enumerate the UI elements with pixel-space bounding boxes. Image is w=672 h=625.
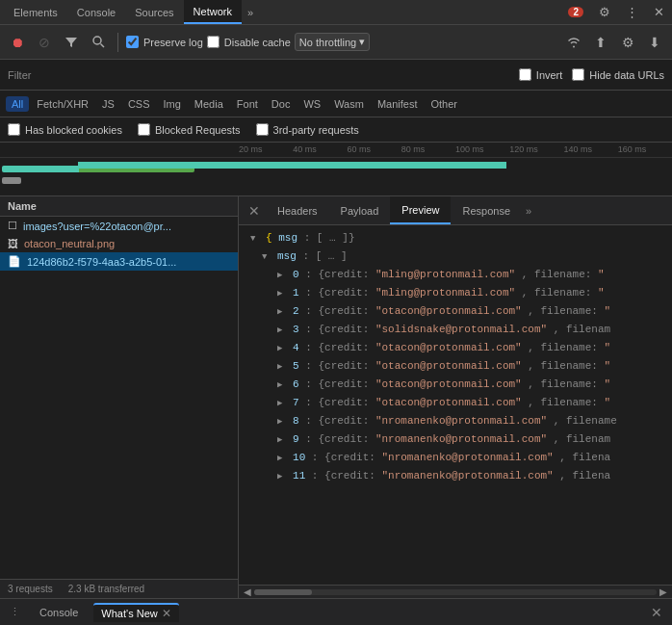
type-btn-js[interactable]: JS bbox=[96, 96, 120, 112]
file-item-0[interactable]: ☐ images?user=%22otacon@pr... bbox=[0, 217, 238, 235]
tab-response[interactable]: Response bbox=[451, 196, 522, 224]
type-btn-img[interactable]: Img bbox=[158, 96, 187, 112]
h-scroll-thumb[interactable] bbox=[254, 589, 312, 595]
invert-checkbox[interactable] bbox=[519, 68, 531, 81]
filter-input[interactable] bbox=[39, 69, 510, 81]
stop-button[interactable]: ⊘ bbox=[33, 31, 56, 54]
ruler-mark-7: 160 ms bbox=[618, 143, 672, 157]
invert-label[interactable]: Invert bbox=[519, 68, 563, 81]
timeline-area: 20 ms 40 ms 60 ms 80 ms 100 ms 120 ms 14… bbox=[0, 143, 672, 196]
type-btn-fetch-xhr[interactable]: Fetch/XHR bbox=[31, 96, 94, 112]
h-scroll-track[interactable] bbox=[254, 589, 657, 595]
h-scroll-left-arrow[interactable]: ◀ bbox=[241, 586, 254, 597]
tab-preview[interactable]: Preview bbox=[390, 196, 451, 224]
tab-more[interactable]: » bbox=[242, 7, 259, 18]
type-btn-all[interactable]: All bbox=[6, 96, 29, 112]
bottom-tab-console[interactable]: Console bbox=[32, 605, 86, 620]
item-10-triangle[interactable] bbox=[277, 451, 282, 466]
error-badge-btn[interactable]: 2 bbox=[564, 5, 587, 19]
json-item-6[interactable]: 6 : {credit: "otacon@protonmail.com" , f… bbox=[239, 376, 672, 394]
preview-content[interactable]: { msg : [ … ]} msg : [ … ] 0 : {credit: … bbox=[239, 225, 672, 585]
type-btn-doc[interactable]: Doc bbox=[266, 96, 297, 112]
blocked-requests-label[interactable]: Blocked Requests bbox=[138, 123, 241, 136]
type-btn-media[interactable]: Media bbox=[189, 96, 229, 112]
settings-icon-btn[interactable]: ⚙ bbox=[595, 3, 614, 21]
type-btn-wasm[interactable]: Wasm bbox=[328, 96, 370, 112]
more-options-btn[interactable]: ⋮ bbox=[622, 3, 642, 21]
has-blocked-cookies-checkbox[interactable] bbox=[8, 123, 20, 136]
h-scroll-bar[interactable]: ◀ ▶ bbox=[239, 585, 672, 598]
ruler-mark-1: 40 ms bbox=[293, 143, 347, 157]
tab-console[interactable]: Console bbox=[67, 0, 125, 24]
disable-cache-checkbox[interactable] bbox=[207, 36, 220, 48]
item-0-triangle[interactable] bbox=[277, 268, 282, 283]
json-item-1[interactable]: 1 : {credit: "mling@protonmail.com" , fi… bbox=[239, 284, 672, 302]
svg-line-1 bbox=[100, 44, 104, 48]
type-btn-font[interactable]: Font bbox=[231, 96, 264, 112]
third-party-checkbox[interactable] bbox=[256, 123, 269, 136]
json-root[interactable]: { msg : [ … ]} bbox=[239, 229, 672, 247]
item-7-triangle[interactable] bbox=[277, 396, 282, 411]
svg-point-0 bbox=[93, 37, 101, 44]
msg-triangle[interactable] bbox=[262, 249, 267, 265]
type-btn-other[interactable]: Other bbox=[425, 96, 463, 112]
json-item-10[interactable]: 10 : {credit: "nromanenko@protonmail.com… bbox=[239, 449, 672, 467]
search-icon-btn[interactable] bbox=[87, 31, 110, 54]
tab-sources[interactable]: Sources bbox=[125, 0, 183, 24]
disable-cache-label[interactable]: Disable cache bbox=[207, 36, 291, 48]
root-triangle[interactable] bbox=[250, 231, 255, 247]
download-log-icon[interactable]: ⬇ bbox=[643, 31, 666, 54]
preview-close-btn[interactable]: ✕ bbox=[243, 203, 266, 219]
file-item-1[interactable]: 🖼 otacon_neutral.png bbox=[0, 235, 238, 252]
item-3-triangle[interactable] bbox=[277, 323, 282, 338]
network-settings-icon[interactable]: ⚙ bbox=[616, 31, 639, 54]
bottom-tab-whats-new[interactable]: What's New ✕ bbox=[93, 603, 178, 622]
close-devtools-btn[interactable]: ✕ bbox=[650, 3, 668, 21]
item-6-triangle[interactable] bbox=[277, 378, 282, 393]
ruler-mark-2: 60 ms bbox=[348, 143, 401, 157]
file-item-2[interactable]: 📄 124d86b2-f579-4aa3-a2b5-01... bbox=[0, 252, 238, 271]
json-item-7[interactable]: 7 : {credit: "otacon@protonmail.com" , f… bbox=[239, 394, 672, 412]
filter-icon-btn[interactable] bbox=[60, 31, 83, 54]
preview-tab-more[interactable]: » bbox=[526, 205, 531, 217]
item-8-triangle[interactable] bbox=[277, 414, 282, 430]
type-btn-manifest[interactable]: Manifest bbox=[372, 96, 424, 112]
hide-data-urls-checkbox[interactable] bbox=[572, 68, 584, 81]
json-item-5[interactable]: 5 : {credit: "otacon@protonmail.com" , f… bbox=[239, 357, 672, 376]
json-item-11[interactable]: 11 : {credit: "nromanenko@protonmail.com… bbox=[239, 467, 672, 485]
blocked-requests-checkbox[interactable] bbox=[138, 123, 150, 136]
file-name-2: 124d86b2-f579-4aa3-a2b5-01... bbox=[27, 256, 176, 268]
record-button[interactable]: ⏺ bbox=[6, 31, 29, 54]
throttle-select[interactable]: No throttling ▾ bbox=[295, 33, 370, 51]
bottom-close-btn[interactable]: ✕ bbox=[647, 605, 666, 620]
upload-icon[interactable]: ⬆ bbox=[589, 31, 612, 54]
bottom-dots-icon[interactable]: ⋮ bbox=[6, 606, 24, 618]
hide-data-urls-label[interactable]: Hide data URLs bbox=[572, 68, 664, 81]
tab-network[interactable]: Network bbox=[184, 0, 242, 24]
json-item-3[interactable]: 3 : {credit: "solidsnake@protonmail.com"… bbox=[239, 321, 672, 339]
json-msg[interactable]: msg : [ … ] bbox=[239, 247, 672, 266]
tab-elements[interactable]: Elements bbox=[4, 0, 67, 24]
item-4-triangle[interactable] bbox=[277, 341, 282, 356]
item-11-triangle[interactable] bbox=[277, 469, 282, 484]
item-5-triangle[interactable] bbox=[277, 359, 282, 375]
h-scroll-right-arrow[interactable]: ▶ bbox=[657, 586, 670, 597]
wifi-icon[interactable] bbox=[562, 31, 585, 54]
type-btn-ws[interactable]: WS bbox=[297, 96, 326, 112]
json-item-4[interactable]: 4 : {credit: "otacon@protonmail.com" , f… bbox=[239, 339, 672, 357]
json-item-8[interactable]: 8 : {credit: "nromanenko@protonmail.com"… bbox=[239, 412, 672, 430]
item-1-triangle[interactable] bbox=[277, 286, 282, 301]
whats-new-close-btn[interactable]: ✕ bbox=[162, 607, 171, 620]
json-item-9[interactable]: 9 : {credit: "nromanenko@protonmail.com"… bbox=[239, 430, 672, 449]
third-party-label[interactable]: 3rd-party requests bbox=[256, 123, 359, 136]
item-9-triangle[interactable] bbox=[277, 432, 282, 448]
tab-headers[interactable]: Headers bbox=[266, 196, 329, 224]
has-blocked-cookies-label[interactable]: Has blocked cookies bbox=[8, 123, 122, 136]
json-item-0[interactable]: 0 : {credit: "mling@protonmail.com" , fi… bbox=[239, 266, 672, 284]
json-item-2[interactable]: 2 : {credit: "otacon@protonmail.com" , f… bbox=[239, 302, 672, 321]
preserve-log-label[interactable]: Preserve log bbox=[126, 36, 203, 48]
type-btn-css[interactable]: CSS bbox=[122, 96, 156, 112]
preserve-log-checkbox[interactable] bbox=[126, 36, 139, 48]
tab-payload[interactable]: Payload bbox=[329, 196, 391, 224]
item-2-triangle[interactable] bbox=[277, 304, 282, 320]
